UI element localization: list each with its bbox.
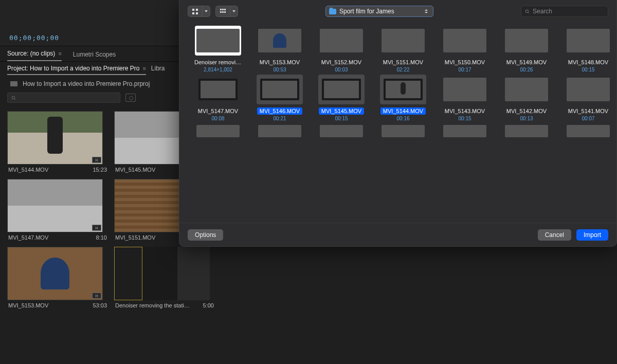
file-item[interactable]: MVI_5152.MOV00:03 [314,26,369,72]
options-button[interactable]: Options [188,229,223,241]
file-item[interactable]: MVI_5151.MOV02:22 [376,26,430,72]
file-thumbnail[interactable] [442,26,488,56]
svg-rect-11 [224,11,226,13]
file-item[interactable]: MVI_5149.MOV00:26 [499,26,554,72]
cancel-button[interactable]: Cancel [538,229,571,241]
file-item[interactable]: MVI_5147.MOV00:08 [191,75,245,121]
bin-clip[interactable]: Denoiser removing the stati…5:00 [114,247,215,308]
file-thumbnail[interactable] [195,75,241,104]
dialog-file-browser[interactable]: Denoiser removin…he static2,814×1,002MVI… [179,23,616,223]
file-thumbnail[interactable] [195,123,241,139]
file-thumbnail[interactable] [195,26,241,56]
view-mode-dropdown-icon[interactable] [203,6,210,16]
file-item[interactable] [314,123,369,139]
clip-badge-icon: H [92,293,101,299]
file-subtext: 00:53 [273,67,286,72]
panel-menu-icon[interactable]: ≡ [142,65,146,71]
file-thumbnail[interactable] [442,75,488,104]
file-name: MVI_5141.MOV [566,107,611,115]
file-subtext: 00:21 [273,116,286,121]
clip-name: MVI_5145.MOV [115,167,155,173]
import-dialog: Sport film for James Search Denoiser rem… [179,0,617,247]
tab-source[interactable]: Source: (no clips) ≡ [7,50,62,61]
clip-thumbnail[interactable]: H [7,247,103,300]
file-item[interactable] [438,123,492,139]
file-thumbnail[interactable] [380,123,426,139]
file-name: MVI_5142.MOV [504,107,549,115]
file-item[interactable]: MVI_5148.MOV00:15 [561,26,615,72]
file-item[interactable] [252,123,307,139]
svg-rect-2 [192,9,194,11]
file-thumbnail[interactable] [565,26,611,56]
dialog-toolbar: Sport film for James Search [179,0,616,23]
bin-clip[interactable]: HMVI_5153.MOV53:03 [7,247,108,308]
file-item[interactable]: MVI_5141.MOV00:07 [561,75,615,121]
new-item-icon[interactable] [125,94,136,102]
file-item[interactable]: MVI_5142.MOV00:13 [499,75,554,121]
file-thumbnail[interactable] [565,75,611,104]
svg-line-1 [14,98,15,99]
svg-rect-9 [220,11,222,13]
svg-point-0 [12,96,15,99]
group-icon[interactable] [216,6,230,16]
dialog-search-input[interactable]: Search [521,6,608,17]
tab-libraries[interactable]: Libra [151,65,165,75]
search-placeholder: Search [533,8,552,15]
file-name: MVI_5148.MOV [566,59,611,66]
clip-thumbnail[interactable] [114,247,210,300]
view-mode-icon-grid[interactable] [188,6,210,17]
tab-source-label: Source: (no clips) [7,50,55,57]
bin-icon [10,81,17,86]
tab-project[interactable]: Project: How to Import a video into Prem… [7,65,146,75]
tab-lumetri[interactable]: Lumetri Scopes [73,51,116,61]
file-item[interactable] [191,123,245,139]
path-popup-button[interactable]: Sport film for James [325,6,433,17]
file-item[interactable]: MVI_5153.MOV00:53 [252,26,307,72]
svg-rect-6 [220,9,222,10]
file-item[interactable]: MVI_5143.MOV00:15 [438,75,492,121]
file-item[interactable]: MVI_5150.MOV00:17 [438,26,492,72]
file-item[interactable] [376,123,430,139]
file-thumbnail[interactable] [318,75,365,104]
icon-view-icon[interactable] [188,6,203,16]
file-thumbnail[interactable] [318,123,365,139]
project-search-input[interactable] [7,93,120,103]
clip-thumbnail[interactable]: H [7,111,103,165]
file-thumbnail[interactable] [503,26,550,56]
bin-clip[interactable]: HMVI_5147.MOV8:10 [7,179,108,241]
panel-menu-icon[interactable]: ≡ [58,50,61,57]
file-subtext: 00:15 [458,116,471,121]
file-item[interactable] [499,123,554,139]
clip-thumbnail[interactable]: H [7,179,103,232]
tab-libraries-label: Libra [151,65,165,72]
file-item[interactable]: MVI_5146.MOV00:21 [252,75,307,121]
svg-rect-7 [222,9,224,10]
import-button[interactable]: Import [576,229,608,241]
svg-line-13 [528,12,529,13]
file-item[interactable]: MVI_5145.MOV00:15 [314,75,369,121]
group-by-control[interactable] [215,6,238,17]
tab-project-label: Project: How to Import a video into Prem… [7,65,139,72]
file-thumbnail[interactable] [503,75,550,104]
file-item[interactable] [561,123,615,139]
svg-rect-5 [196,12,198,14]
file-thumbnail[interactable] [257,75,303,104]
file-thumbnail[interactable] [380,26,426,56]
file-name: MVI_5147.MOV [195,107,241,115]
file-thumbnail[interactable] [380,75,426,104]
clip-name: MVI_5147.MOV [8,234,48,241]
file-thumbnail[interactable] [318,26,365,56]
file-thumbnail[interactable] [503,123,550,139]
file-item[interactable]: Denoiser removin…he static2,814×1,002 [191,26,245,72]
bin-clip[interactable]: HMVI_5144.MOV15:23 [7,111,108,173]
file-name: MVI_5145.MOV [319,107,364,115]
file-item[interactable]: MVI_5144.MOV00:16 [376,75,430,121]
clip-duration: 15:23 [93,167,107,173]
file-thumbnail[interactable] [257,123,303,139]
file-subtext: 00:13 [520,116,533,121]
group-dropdown-icon[interactable] [230,6,238,16]
file-thumbnail[interactable] [565,123,611,139]
file-thumbnail[interactable] [442,123,488,139]
file-subtext: 00:17 [458,67,471,72]
file-thumbnail[interactable] [257,26,303,56]
